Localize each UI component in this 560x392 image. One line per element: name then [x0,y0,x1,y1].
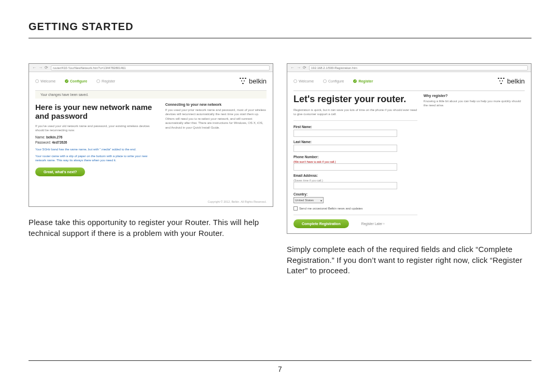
content-row: Here is your new network name and passwo… [29,103,273,181]
reload-icon: ⟳ [303,66,307,70]
checkbox-newsletter[interactable] [293,206,298,211]
app-header: Welcome Configure Register belkin [29,72,273,90]
url-bar: router/410-YourNewNetwork.htm?u=13447828… [51,65,270,71]
left-caption: Please take this opportunity to register… [29,217,273,239]
country-value: United States [295,199,314,202]
step-dot-icon [323,79,327,83]
left-column: ← → ⟳ router/410-YourNewNetwork.htm?u=13… [29,63,273,276]
submit-button[interactable]: Complete Registration [293,219,349,228]
form-actions: Complete Registration Register Later › [293,219,417,228]
step-register: Register [96,79,115,83]
app-header: Welcome Configure Register belkin [287,72,531,90]
screenshot-network: ← → ⟳ router/410-YourNewNetwork.htm?u=13… [29,63,273,207]
step-label: Configure [328,79,344,83]
step-label: Register [358,79,373,83]
name-value: belkin.276 [46,135,62,139]
label-email: Email Address: [293,174,417,177]
right-caption: Simply complete each of the required fie… [287,244,531,276]
chevron-down-icon: ▾ [320,199,322,202]
input-last-name[interactable] [293,145,397,152]
step-register: Register [353,79,373,83]
input-first-name[interactable] [293,130,397,137]
hint-email: (Saves time if you call.) [293,179,323,182]
content-row: Let's register your router. Registration… [287,91,531,233]
content-main: Let's register your router. Registration… [293,94,417,228]
page-title: GETTING STARTED [29,21,531,38]
input-email[interactable] [293,182,397,189]
field-first-name: First Name: [293,125,417,137]
step-label: Welcome [299,79,314,83]
step-dot-icon [293,79,297,83]
content-columns: ← → ⟳ router/410-YourNewNetwork.htm?u=13… [29,63,531,276]
side-heading: Connecting to your new network [165,103,267,106]
logo-dots-icon [498,78,505,85]
url-bar: 192.168.2.1/500-Registration.htm [309,65,528,71]
hint-phone: (We won't have to ask if you call.) [293,160,336,163]
back-icon: ← [32,66,36,70]
main-heading: Let's register your router. [293,94,417,105]
page-number: 7 [278,365,282,373]
brand-name: belkin [507,77,525,85]
network-name: Name: belkin.276 [35,135,159,139]
step-welcome: Welcome [293,79,314,83]
step-dot-icon [65,79,68,83]
field-last-name: Last Name: [293,140,417,152]
copyright: Copyright © 2012, Belkin. All Rights Res… [29,197,273,206]
page-footer: 7 [29,360,531,373]
label-phone: Phone Number: [293,155,417,159]
band-text: Your 5GHz band has the same name, but wi… [35,147,159,151]
content-main: Here is your new network name and passwo… [35,103,159,176]
brand-logo: belkin [498,77,525,85]
step-dot-icon [35,79,39,83]
select-country[interactable]: United States ▾ [293,197,324,203]
label-country: Country: [293,192,417,196]
step-dot-icon [353,79,357,83]
forward-icon: → [38,66,43,70]
back-icon: ← [290,66,295,70]
label-first-name: First Name: [293,125,417,129]
logo-dots-icon [240,78,247,85]
label-last-name: Last Name: [293,140,417,144]
forward-icon: → [297,66,301,70]
field-phone: Phone Number: (We won't have to ask if y… [293,155,417,171]
browser-chrome: ← → ⟳ router/410-YourNewNetwork.htm?u=13… [29,64,273,72]
content-side: Connecting to your new network If you us… [165,103,267,176]
reload-icon: ⟳ [45,66,49,70]
checkbox-label: Send me occasional Belkin news and updat… [299,207,362,210]
notice-bar: Your changes have been saved. [35,91,267,99]
main-heading: Here is your new network name and passwo… [35,103,159,121]
field-country: Country: United States ▾ [293,192,417,203]
step-label: Register [102,79,115,83]
step-dot-icon [96,79,100,83]
newsletter-row: Send me occasional Belkin news and updat… [293,206,417,211]
right-column: ← → ⟳ 192.168.2.1/500-Registration.htm W… [287,63,531,276]
side-text: Knowing a little bit about you can help … [424,99,525,108]
step-welcome: Welcome [35,79,55,83]
side-heading: Why register? [424,94,525,97]
browser-chrome: ← → ⟳ 192.168.2.1/500-Registration.htm [287,64,531,72]
input-phone[interactable] [293,163,397,171]
password-value: 4ed72626 [52,141,67,144]
brand-name: belkin [249,77,267,85]
progress-steps: Welcome Configure Register [35,79,115,83]
field-email: Email Address: (Saves time if you call.) [293,174,417,189]
password-label: Password: [35,141,51,144]
divider [293,120,417,121]
network-password: Password: 4ed72626 [35,141,159,144]
step-label: Welcome [40,79,55,83]
step-configure: Configure [65,79,87,83]
side-text: If you used your prior network name and … [165,108,267,130]
name-label: Name: [35,135,45,139]
screenshot-register: ← → ⟳ 192.168.2.1/500-Registration.htm W… [287,63,531,234]
register-later-link[interactable]: Register Later › [361,222,385,226]
step-configure: Configure [323,79,344,83]
reminder-text: Your router came with a slip of paper on… [35,154,159,163]
brand-logo: belkin [240,77,267,85]
divider [293,215,417,215]
next-button[interactable]: Great, what's next? [35,167,85,176]
progress-steps: Welcome Configure Register [293,79,373,83]
subtext: If you've used your old network name and… [35,124,159,133]
content-side: Why register? Knowing a little bit about… [424,94,525,228]
step-label: Configure [70,79,87,83]
subtext: Registration is quick, but it can save y… [293,108,417,117]
